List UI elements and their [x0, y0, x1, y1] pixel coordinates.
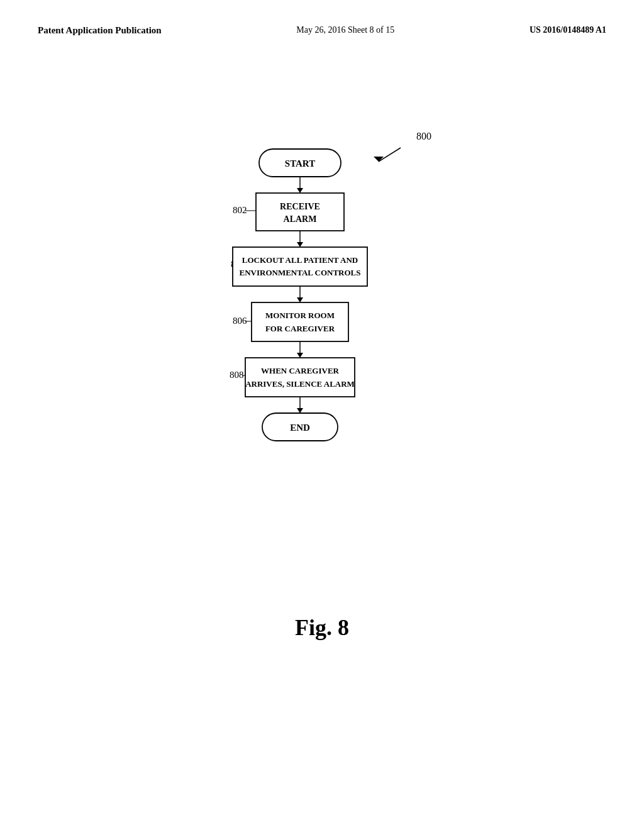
publication-label: Patent Application Publication: [38, 25, 162, 36]
svg-rect-10: [233, 247, 367, 286]
start-node: START: [285, 158, 315, 169]
step-806-label: 806: [233, 316, 247, 326]
lockout-line2: ENVIRONMENTAL CONTROLS: [240, 268, 361, 277]
receive-alarm-line1: RECEIVE: [280, 202, 320, 211]
flowchart-svg: 800 START 802 RECEIVE ALARM 804 LOCKOUT …: [158, 111, 486, 589]
svg-line-0: [379, 148, 401, 162]
svg-marker-12: [297, 297, 303, 302]
step-808-label: 808: [230, 370, 244, 380]
caregiver-silence-line1: WHEN CAREGIVER: [261, 366, 339, 375]
figure-label: Fig. 8: [295, 614, 349, 641]
svg-rect-18: [245, 358, 355, 397]
svg-marker-20: [297, 408, 303, 413]
sheet-info: May 26, 2016 Sheet 8 of 15: [296, 25, 394, 35]
lockout-line1: LOCKOUT ALL PATIENT AND: [242, 255, 358, 265]
svg-marker-16: [297, 353, 303, 358]
monitor-room-line1: MONITOR ROOM: [265, 311, 335, 320]
monitor-room-line2: FOR CAREGIVER: [265, 324, 335, 333]
receive-alarm-line2: ALARM: [284, 214, 317, 224]
step-802-label: 802: [233, 205, 247, 215]
svg-rect-14: [252, 302, 348, 341]
patent-number: US 2016/0148489 A1: [530, 25, 606, 35]
svg-marker-4: [297, 188, 303, 193]
diagram-label: 800: [416, 131, 431, 141]
page-header: Patent Application Publication May 26, 2…: [0, 0, 644, 36]
end-node: END: [290, 423, 310, 433]
svg-rect-6: [256, 193, 344, 231]
svg-marker-8: [297, 242, 303, 247]
caregiver-silence-line2: ARRIVES, SILENCE ALARM: [245, 379, 355, 389]
diagram-container: 800 START 802 RECEIVE ALARM 804 LOCKOUT …: [0, 111, 644, 641]
